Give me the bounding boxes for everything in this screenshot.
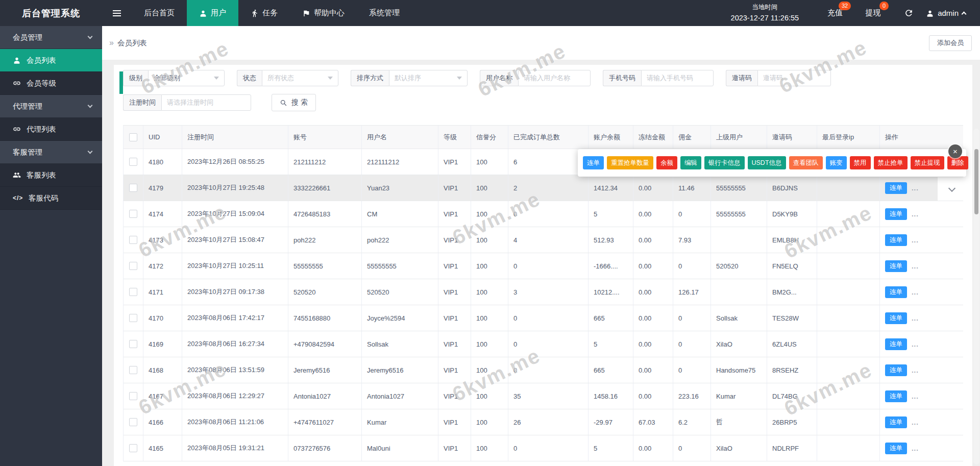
- cell-orders: 0: [508, 331, 589, 357]
- filter-input[interactable]: 请选择注册时间: [161, 94, 251, 111]
- popup-action-button-11[interactable]: 禁止提现: [911, 156, 944, 169]
- row-checkbox[interactable]: [129, 418, 137, 426]
- popup-action-button-7[interactable]: 查看团队: [789, 156, 823, 169]
- row-checkbox[interactable]: [129, 288, 137, 296]
- popup-action-button-8[interactable]: 账变: [826, 156, 847, 169]
- filter-input[interactable]: 邀请码: [757, 70, 831, 86]
- top-navbar: 后台管理系统 后台首页用户任务帮助中心系统管理 当地时间 2023-12-27 …: [0, 0, 980, 26]
- popup-action-button-1[interactable]: 连单: [583, 156, 604, 169]
- more-actions-button[interactable]: ...: [912, 288, 919, 296]
- cell-ip: [817, 279, 880, 305]
- filter-input[interactable]: 请输入手机号码: [641, 70, 714, 86]
- popup-close-button[interactable]: ×: [948, 144, 962, 158]
- more-actions-button[interactable]: ...: [912, 366, 919, 374]
- filter-select[interactable]: 全部级别: [148, 70, 225, 86]
- search-button[interactable]: 搜 索: [272, 94, 316, 111]
- scrollbar-thumb[interactable]: [974, 149, 978, 214]
- row-checkbox[interactable]: [129, 210, 137, 218]
- sidebar-group-5[interactable]: 客服管理: [0, 141, 102, 164]
- menu-toggle-icon[interactable]: [102, 0, 132, 26]
- nav-item-2[interactable]: 用户: [187, 0, 238, 26]
- row-checkbox[interactable]: [129, 392, 137, 400]
- cell-username: CM: [362, 201, 438, 227]
- popup-action-button-5[interactable]: 银行卡信息: [704, 156, 745, 169]
- filter-row-2: 注册时间请选择注册时间搜 索: [123, 94, 963, 111]
- liandan-button[interactable]: 连单: [885, 416, 907, 428]
- cell-username: Kumar: [362, 409, 438, 435]
- popup-action-button-2[interactable]: 重置抢单数量: [607, 156, 653, 169]
- liandan-button[interactable]: 连单: [885, 390, 907, 402]
- popup-action-button-9[interactable]: 禁用: [850, 156, 871, 169]
- more-actions-button[interactable]: ...: [912, 184, 919, 192]
- cell-time: 2023年08月06日 13:51:59: [182, 357, 288, 383]
- cell-orders: 3: [508, 279, 589, 305]
- row-checkbox[interactable]: [129, 314, 137, 322]
- popup-action-button-6[interactable]: USDT信息: [748, 156, 786, 169]
- select-all-checkbox[interactable]: [129, 133, 137, 141]
- scrollbar-track[interactable]: [973, 129, 979, 464]
- column-header: 注册时间: [182, 126, 288, 149]
- user-menu[interactable]: admin: [926, 9, 966, 17]
- nav-item-5[interactable]: 系统管理: [357, 0, 412, 26]
- sidebar-item-1[interactable]: 会员列表: [0, 49, 102, 72]
- row-checkbox[interactable]: [129, 236, 137, 244]
- sidebar-group-0[interactable]: 会员管理: [0, 26, 102, 49]
- liandan-button[interactable]: 连单: [885, 234, 907, 246]
- liandan-button[interactable]: 连单: [885, 338, 907, 350]
- liandan-button[interactable]: 连单: [885, 260, 907, 272]
- sidebar-item-4[interactable]: 代理列表: [0, 118, 102, 141]
- cell-credit: 100: [471, 357, 508, 383]
- liandan-button[interactable]: 连单: [885, 182, 907, 194]
- nav-item-3[interactable]: 任务: [238, 0, 290, 26]
- cell-balance: 1458.16: [589, 383, 633, 409]
- row-checkbox[interactable]: [129, 340, 137, 348]
- cell-account: +4747611027: [288, 409, 362, 435]
- row-checkbox[interactable]: [129, 262, 137, 270]
- row-checkbox[interactable]: [129, 444, 137, 452]
- filter-select[interactable]: 默认排序: [389, 70, 468, 86]
- more-actions-button[interactable]: ...: [912, 210, 919, 218]
- caret-down-icon: [457, 77, 462, 80]
- cell-time: 2023年10月27日 19:25:48: [182, 175, 288, 201]
- filter-input[interactable]: 请输入用户名称: [518, 70, 591, 86]
- more-actions-button[interactable]: ...: [912, 393, 919, 400]
- nav-item-4[interactable]: 帮助中心: [290, 0, 357, 26]
- liandan-button[interactable]: 连单: [885, 364, 907, 376]
- row-checkbox[interactable]: [129, 366, 137, 374]
- row-expand-button[interactable]: [938, 177, 966, 201]
- more-actions-button[interactable]: ...: [912, 445, 919, 452]
- table-row-4166: 41662023年08月06日 11:21:06+4747611027Kumar…: [124, 409, 963, 435]
- nav-item-1[interactable]: 后台首页: [132, 0, 187, 26]
- sidebar-item-7[interactable]: </>客服代码: [0, 187, 102, 210]
- row-checkbox[interactable]: [129, 158, 137, 166]
- sidebar-item-2[interactable]: 会员等级: [0, 72, 102, 95]
- cell-account: +4790842594: [288, 331, 362, 357]
- table-row-4173: 41732023年10月27日 15:08:47poh222poh222VIP1…: [124, 227, 963, 253]
- more-actions-button[interactable]: ...: [912, 262, 919, 270]
- popup-action-button-4[interactable]: 编辑: [680, 156, 701, 169]
- liandan-button[interactable]: 连单: [885, 286, 907, 298]
- cell-time: 2023年10月27日 15:09:04: [182, 201, 288, 227]
- more-actions-button[interactable]: ...: [912, 236, 919, 244]
- liandan-button[interactable]: 连单: [885, 443, 907, 454]
- filter-value: 请输入手机号码: [647, 73, 693, 83]
- add-member-button[interactable]: 添加会员: [929, 35, 972, 51]
- popup-action-button-10[interactable]: 禁止抢单: [874, 156, 908, 169]
- more-actions-button[interactable]: ...: [912, 340, 919, 348]
- filter-select[interactable]: 所有状态: [262, 70, 338, 86]
- popup-action-button-3[interactable]: 余额: [656, 156, 677, 169]
- sidebar-group-3[interactable]: 代理管理: [0, 95, 102, 118]
- refresh-button[interactable]: [904, 8, 914, 18]
- recharge-button[interactable]: 充值 32: [827, 8, 843, 18]
- liandan-button[interactable]: 连单: [885, 208, 907, 220]
- cell-account: poh222: [288, 227, 362, 253]
- more-actions-button[interactable]: ...: [912, 314, 919, 322]
- row-checkbox[interactable]: [129, 184, 137, 192]
- withdraw-button[interactable]: 提现 0: [865, 8, 880, 18]
- filter-value: 所有状态: [267, 73, 294, 83]
- cell-frozen: 0.00: [633, 305, 673, 331]
- liandan-button[interactable]: 连单: [885, 312, 907, 324]
- sidebar-item-6[interactable]: 客服列表: [0, 164, 102, 187]
- popup-action-button-12[interactable]: 删除: [947, 156, 968, 169]
- more-actions-button[interactable]: ...: [912, 419, 919, 426]
